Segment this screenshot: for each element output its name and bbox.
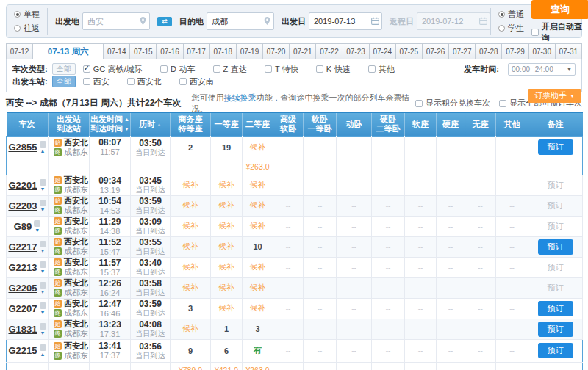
sort-icon[interactable]: ▲ <box>124 117 129 122</box>
checkbox-icon[interactable] <box>213 65 220 73</box>
collapse-icon[interactable]: ▲ <box>40 352 46 357</box>
book-button[interactable]: 预订 <box>538 343 573 358</box>
depart-time-select[interactable]: 00:00--24:00 ▼ <box>508 63 576 76</box>
checkbox-icon[interactable] <box>127 78 135 85</box>
sort-icon[interactable]: ▼ <box>124 126 129 131</box>
train-type-option[interactable]: K-快速 <box>316 64 351 75</box>
date-tab[interactable]: 07-24 <box>370 43 396 59</box>
depart-station-option[interactable]: 西安 <box>83 76 110 87</box>
auto-query-checkbox[interactable]: 开启自动查询 <box>531 21 588 43</box>
expand-icon[interactable]: ▼ <box>40 289 46 294</box>
calendar-icon[interactable] <box>370 16 380 26</box>
train-number-link[interactable]: G89 <box>14 221 32 232</box>
date-tab[interactable]: 07-14 <box>104 43 130 59</box>
train-number-link[interactable]: G2203 <box>8 200 37 211</box>
one-way-radio[interactable]: 单程 <box>14 9 40 20</box>
seat-availability-cell: -- <box>304 278 337 298</box>
checkbox-icon[interactable] <box>83 78 90 85</box>
passenger-type-group: 普通 学生 <box>498 9 524 34</box>
book-button[interactable]: 预订 <box>538 239 573 255</box>
expand-icon[interactable]: ▼ <box>35 228 40 233</box>
checkbox-icon[interactable] <box>316 65 323 73</box>
checkbox-icon[interactable] <box>368 65 376 73</box>
train-number-link[interactable]: G2201 <box>8 180 37 191</box>
swap-stations-button[interactable]: ⇄ <box>157 17 172 26</box>
show-points-trains-checkbox[interactable]: 显示积分兑换车次 <box>415 98 490 109</box>
seat-availability-cell: 2 <box>171 136 211 159</box>
train-number-link[interactable]: G2207 <box>8 303 37 314</box>
column-header-label: 备注 <box>548 120 564 128</box>
date-tab[interactable]: 07-31 <box>556 43 582 59</box>
student-passenger-radio[interactable]: 学生 <box>498 23 524 34</box>
date-tab[interactable]: 07-15 <box>130 43 157 59</box>
expand-icon[interactable]: ▼ <box>40 269 46 274</box>
date-tab[interactable]: 07-28 <box>476 43 502 59</box>
ticket-assistant-button[interactable]: 订票助手 ▼ <box>528 89 581 103</box>
train-type-option[interactable]: D-动车 <box>160 64 196 75</box>
checkbox-icon[interactable] <box>415 100 423 107</box>
date-tab[interactable]: 07-13 周六 <box>33 43 104 59</box>
train-number-link[interactable]: G2205 <box>8 283 37 294</box>
book-button[interactable]: 预订 <box>538 139 573 155</box>
checkbox-icon[interactable] <box>160 65 168 73</box>
date-tab[interactable]: 07-20 <box>263 43 290 59</box>
train-number-link[interactable]: G2217 <box>8 242 37 253</box>
date-tab[interactable]: 07-21 <box>290 43 316 59</box>
radio-icon[interactable] <box>14 25 21 32</box>
train-type-option[interactable]: GC-高铁/城际 <box>83 64 143 75</box>
book-button[interactable]: 预订 <box>538 322 573 337</box>
checkbox-icon[interactable] <box>83 65 90 73</box>
seat-availability-cell: -- <box>465 136 496 159</box>
date-tab[interactable]: 07-23 <box>343 43 370 59</box>
expand-icon[interactable]: ▼ <box>40 330 46 335</box>
date-tab[interactable]: 07-17 <box>184 43 210 59</box>
train-number-link[interactable]: G2855 <box>8 142 37 153</box>
expand-icon[interactable]: ▼ <box>40 310 46 315</box>
date-tab[interactable]: 07-19 <box>237 43 263 59</box>
checkbox-icon[interactable] <box>499 100 506 107</box>
collapse-icon[interactable]: ▲ <box>40 148 46 153</box>
train-type-option[interactable]: 其他 <box>368 64 395 75</box>
date-tab[interactable]: 07-26 <box>423 43 449 59</box>
train-number-link[interactable]: G2213 <box>8 262 37 273</box>
date-tab[interactable]: 07-27 <box>449 43 476 59</box>
date-tab[interactable]: 07-12 <box>6 43 33 59</box>
checkbox-icon[interactable] <box>531 29 539 36</box>
date-tab[interactable]: 07-25 <box>396 43 423 59</box>
seat-availability-cell: -- <box>496 278 528 298</box>
train-type-all-button[interactable]: 全部 <box>52 63 76 75</box>
train-number-link[interactable]: G1831 <box>8 324 37 335</box>
train-type-option[interactable]: T-特快 <box>265 64 298 75</box>
train-type-filter-row: 车次类型: 全部 GC-高铁/城际D-动车Z-直达T-特快K-快速其他 发车时间… <box>12 63 576 75</box>
column-header[interactable]: 历时▲ <box>131 112 171 136</box>
date-tab[interactable]: 07-22 <box>316 43 343 59</box>
radio-selected-icon[interactable] <box>498 11 505 18</box>
radio-selected-icon[interactable] <box>14 11 21 18</box>
train-number-link[interactable]: G2215 <box>8 345 37 356</box>
radio-icon[interactable] <box>498 25 505 32</box>
date-tab[interactable]: 07-18 <box>210 43 237 59</box>
train-type-option[interactable]: Z-直达 <box>213 64 247 75</box>
date-tab[interactable]: 07-16 <box>157 43 183 59</box>
book-button[interactable]: 预订 <box>538 301 573 316</box>
seat-availability-cell: -- <box>465 278 496 298</box>
checkbox-icon[interactable] <box>179 78 187 85</box>
date-tab[interactable]: 07-29 <box>502 43 528 59</box>
transfer-link[interactable]: 接续换乘 <box>223 93 256 102</box>
column-header[interactable]: 出发时间▲到达时间▼ <box>90 112 131 136</box>
from-station: 西安北 <box>64 196 88 206</box>
arrive-time: 11:57 <box>90 148 130 157</box>
expand-icon[interactable]: ▼ <box>40 186 46 192</box>
sort-icon[interactable]: ▲ <box>157 122 162 127</box>
depart-station-all-button[interactable]: 全部 <box>52 76 76 87</box>
depart-station-option[interactable]: 西安南 <box>179 76 214 87</box>
checkbox-icon[interactable] <box>265 65 272 73</box>
query-button[interactable]: 查询 <box>531 0 588 19</box>
depart-station-option[interactable]: 西安北 <box>127 76 162 87</box>
normal-passenger-radio[interactable]: 普通 <box>498 9 524 20</box>
round-trip-radio[interactable]: 往返 <box>14 23 40 34</box>
expand-icon[interactable]: ▼ <box>40 207 46 212</box>
expand-icon[interactable]: ▼ <box>40 248 46 253</box>
train-type-icon <box>40 141 46 148</box>
date-tab[interactable]: 07-30 <box>529 43 556 59</box>
